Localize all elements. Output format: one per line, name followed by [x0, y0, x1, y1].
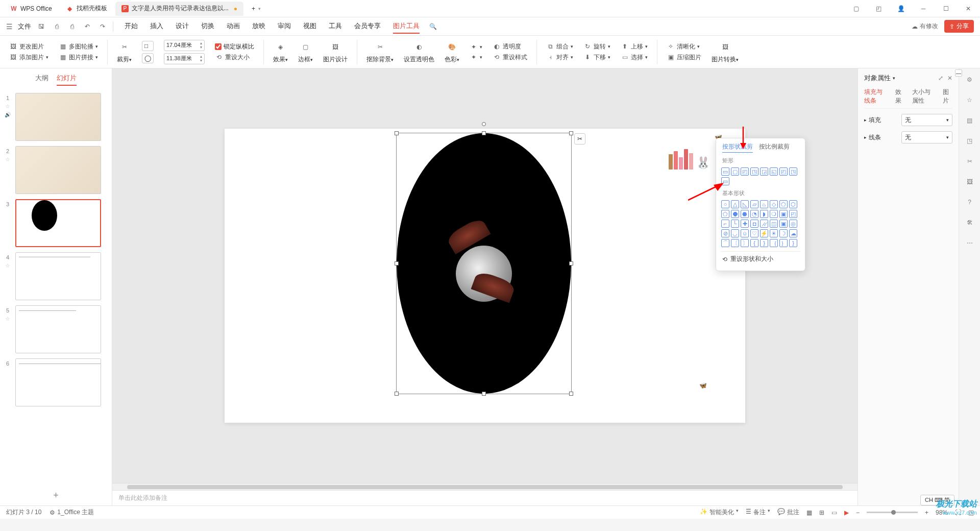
horizontal-scrollbar[interactable] — [112, 483, 857, 490]
tab-review[interactable]: 审阅 — [278, 19, 291, 34]
thumbnails-list[interactable]: 1☆🔊 2☆ 3 4☆ ▬▬▬▬▬▬▬▬▬▬▬▬▬▬▬▬▬▬▬▬▬▬▬▬▬▬▬▬… — [0, 89, 112, 485]
effect-button[interactable]: ◈效果▾ — [270, 40, 291, 64]
shape-arc[interactable]: ⌒ — [721, 239, 729, 247]
resize-handle[interactable] — [395, 392, 399, 396]
shape-rounded-rect[interactable]: ▢ — [731, 167, 739, 176]
fill-select[interactable]: 无▾ — [901, 114, 952, 126]
shape-pie[interactable]: ◔ — [750, 210, 758, 218]
checkbox-input[interactable] — [215, 43, 222, 50]
clarity-button[interactable]: ✧清晰化▾ — [667, 42, 701, 51]
sidebar-resource-icon[interactable]: ◳ — [964, 135, 976, 147]
border-button[interactable]: ▢边框▾ — [295, 40, 316, 64]
close-button[interactable]: ✕ — [961, 1, 976, 16]
shape-brace-l2[interactable]: ｛ — [770, 239, 778, 247]
pic-collage-button[interactable]: ▦图片拼接▾ — [59, 53, 98, 62]
shape-pentagon[interactable]: ⬠ — [779, 200, 788, 208]
thumbnail-item[interactable]: 4☆ ▬▬▬▬▬▬▬▬▬▬▬▬▬▬▬▬▬▬▬▬▬▬▬▬▬▬▬▬▬▬▬▬▬▬▬ — [4, 252, 108, 300]
zoom-slider[interactable] — [867, 512, 918, 513]
height-input[interactable]: 11.38厘米▴▾ — [164, 53, 205, 64]
reset-style-button[interactable]: ⟲重设样式 — [493, 53, 527, 62]
shape-cloud[interactable]: ☁ — [789, 229, 797, 237]
shape-plaque[interactable]: ◘ — [750, 220, 758, 228]
shape-octagon[interactable]: ⯃ — [731, 210, 739, 218]
maximize-button[interactable]: ☐ — [938, 1, 953, 16]
resize-handle[interactable] — [395, 261, 399, 266]
shape-decagon[interactable]: ⬣ — [741, 210, 749, 218]
shape-bracket-l[interactable]: 〔 — [731, 239, 739, 247]
resize-handle[interactable] — [482, 392, 486, 396]
thumbnail-item[interactable]: 5☆ ▬▬▬▬▬▬▬▬▬▬▬▬▬▬▬▬▬▬▬▬▬▬▬▬▬▬▬▬ — [4, 305, 108, 353]
cube-icon[interactable]: ◰ — [871, 1, 886, 16]
view-sorter-icon[interactable]: ⊞ — [819, 509, 824, 516]
notes-area[interactable]: 单击此处添加备注 — [112, 490, 857, 505]
tab-animation[interactable]: 动画 — [227, 19, 240, 34]
reset-shape-button[interactable]: ⟲ 重设形状和大小 — [720, 251, 801, 267]
transparency-button[interactable]: ◐透明度 — [493, 42, 527, 51]
move-up-button[interactable]: ⬆上移▾ — [621, 42, 648, 51]
print-icon[interactable]: ⎙ — [67, 21, 77, 32]
resize-handle[interactable] — [482, 131, 486, 135]
sidebar-crop-icon[interactable]: ✂ — [964, 155, 976, 167]
print-preview-icon[interactable]: ⎙ — [52, 21, 62, 32]
thumbnail-item[interactable]: 2☆ — [4, 146, 108, 194]
collapse-sidebar-button[interactable]: — — [955, 69, 962, 77]
tab-design[interactable]: 设计 — [176, 19, 189, 34]
shape-brace-end[interactable]: } — [789, 239, 797, 247]
slide-thumbnail-2[interactable] — [15, 146, 101, 194]
rotate-handle[interactable] — [482, 122, 486, 126]
sidebar-image-icon[interactable]: 🖼 — [964, 176, 976, 188]
compress-button[interactable]: ▣压缩图片 — [667, 53, 701, 62]
shape-no-sign[interactable]: ⊘ — [721, 229, 729, 237]
crop-tab-ratio[interactable]: 按比例裁剪 — [759, 142, 790, 153]
shape-heart[interactable]: ♡ — [750, 229, 758, 237]
zoom-slider-thumb[interactable] — [891, 510, 896, 515]
color-button[interactable]: 🎨色彩▾ — [442, 40, 462, 64]
avatar-icon[interactable]: 👤 — [893, 1, 909, 16]
combine-button[interactable]: ⧉组合▾ — [546, 42, 573, 51]
resize-handle[interactable] — [569, 392, 573, 396]
resize-handle[interactable] — [569, 261, 573, 266]
thumbnail-item[interactable]: 1☆🔊 — [4, 93, 108, 141]
slide-thumbnail-4[interactable]: ▬▬▬▬▬▬▬▬▬▬▬▬▬▬▬▬▬▬▬▬▬▬▬▬▬▬▬▬▬▬▬▬▬▬▬ — [15, 252, 101, 300]
slide-thumbnail-3[interactable] — [15, 199, 101, 247]
shape-half-frame[interactable]: ◰ — [789, 210, 797, 218]
move-down-button[interactable]: ⬇下移▾ — [583, 53, 610, 62]
fill-section-label[interactable]: ▸填充 — [864, 116, 881, 125]
zoom-out-button[interactable]: − — [856, 509, 860, 516]
shape-brace-r[interactable]: } — [760, 239, 768, 247]
shape-lightning[interactable]: ⚡ — [760, 229, 768, 237]
panel-icon[interactable]: ▢ — [848, 1, 864, 16]
pic-design-button[interactable]: 🖼图片设计 — [320, 40, 351, 64]
shape-rect-9[interactable]: ▭ — [721, 177, 729, 185]
minimize-button[interactable]: ─ — [916, 1, 931, 16]
shape-snip-same-rect[interactable]: ◳ — [750, 167, 758, 176]
reset-size-button[interactable]: ⟲重设大小 — [215, 53, 254, 62]
prop-tab-fill[interactable]: 填充与线条 — [864, 88, 888, 105]
crop-tab-shape[interactable]: 按形状裁剪 — [722, 142, 753, 153]
tab-insert[interactable]: 插入 — [150, 19, 163, 34]
remove-bg-button[interactable]: ✂抠除背景▾ — [363, 40, 397, 64]
shape-donut[interactable]: ◎ — [789, 220, 797, 228]
shape-round-same[interactable]: ◰ — [779, 167, 788, 176]
spinner-icon[interactable]: ▴▾ — [200, 41, 202, 50]
width-input[interactable]: 17.04厘米▴▾ — [164, 40, 205, 51]
align-button[interactable]: ⫞对齐▾ — [546, 53, 573, 62]
add-picture-button[interactable]: 🖼添加图片▾ — [9, 53, 48, 62]
shape-block-arc[interactable]: ◡ — [731, 229, 739, 237]
save-icon[interactable]: 🖫 — [36, 21, 46, 32]
file-menu[interactable]: 文件 — [18, 22, 31, 31]
shape-l-shape[interactable]: ⌐ — [721, 220, 729, 228]
close-panel-icon[interactable]: ✕ — [947, 75, 952, 82]
shape-snip-rect[interactable]: ◰ — [741, 167, 749, 176]
shape-round-diag[interactable]: ◳ — [789, 167, 797, 176]
shape-ellipse[interactable]: ○ — [721, 200, 729, 208]
shape-smiley[interactable]: ☺ — [741, 229, 749, 237]
beautify-button[interactable]: ✨智能美化▾ — [700, 508, 739, 517]
tab-slideshow[interactable]: 放映 — [252, 19, 265, 34]
prop-tab-size[interactable]: 大小与属性 — [912, 88, 936, 105]
rotate-button[interactable]: ↻旋转▾ — [583, 42, 610, 51]
redo-icon[interactable]: ↷ — [97, 21, 108, 32]
slide-thumbnail-5[interactable]: ▬▬▬▬▬▬▬▬▬▬▬▬▬▬▬▬▬▬▬▬▬▬▬▬▬▬▬▬ — [15, 305, 101, 353]
scrollbar-thumb[interactable] — [127, 485, 843, 489]
tab-start[interactable]: 开始 — [125, 19, 138, 34]
